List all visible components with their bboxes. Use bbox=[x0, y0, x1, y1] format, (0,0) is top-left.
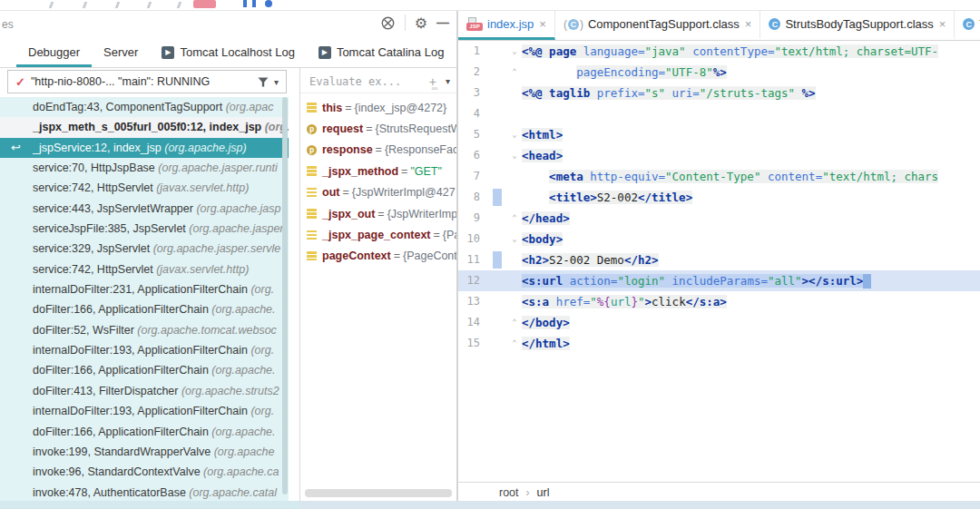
code-line-14[interactable]: 14⌃</body> bbox=[458, 312, 980, 333]
code-line-9[interactable]: 9⌃</head> bbox=[458, 208, 980, 229]
variable-row[interactable]: _jspx_page_context={Pag bbox=[300, 224, 456, 245]
close-tab-icon[interactable]: × bbox=[939, 17, 946, 31]
code-line-7[interactable]: 7 <meta http-equiv="Content-Type" conten… bbox=[458, 166, 980, 187]
variable-name: response bbox=[322, 143, 373, 156]
stack-frame-row[interactable]: internalDoFilter:193, ApplicationFilterC… bbox=[0, 340, 289, 360]
stack-frame-row[interactable]: service:742, HttpServlet (javax.servlet.… bbox=[0, 259, 289, 279]
vcs-change-marker bbox=[493, 251, 502, 269]
fold-marker-icon[interactable]: ⌃ bbox=[508, 62, 521, 83]
hide-panel-icon[interactable]: — bbox=[436, 15, 449, 31]
evaluate-expression-input[interactable]: Evaluate ex... bbox=[300, 75, 429, 88]
editor-tab-componenttagsupport-class[interactable]: (C)ComponentTagSupport.class× bbox=[555, 11, 761, 40]
variable-row[interactable]: prequest={StrutsRequestW bbox=[300, 118, 456, 139]
close-tab-icon[interactable]: × bbox=[745, 17, 752, 31]
stack-frame-row[interactable]: service:329, JspServlet (org.apache.jasp… bbox=[0, 239, 289, 259]
fold-marker-icon[interactable]: ⌄ bbox=[508, 41, 521, 62]
editor-tab-index-jsp[interactable]: JSPindex.jsp× bbox=[458, 11, 555, 40]
stack-frame-row[interactable]: doFilter:413, FilterDispatcher (org.apac… bbox=[0, 381, 289, 401]
variable-row[interactable]: this={index_jsp@4272} bbox=[300, 97, 456, 118]
stack-frame-row[interactable]: internalDoFilter:231, ApplicationFilterC… bbox=[0, 279, 289, 299]
token: <body> bbox=[522, 232, 563, 246]
thread-selector[interactable]: ✓ "http-nio-8080-... "main": RUNNING ▾ bbox=[7, 70, 287, 93]
variable-row[interactable]: out={JspWriterImpl@427 bbox=[300, 182, 456, 203]
gear-icon[interactable]: ⚙ bbox=[415, 15, 427, 31]
close-tab-icon[interactable]: × bbox=[539, 17, 546, 31]
stack-frame-row[interactable]: doFilter:166, ApplicationFilterChain (or… bbox=[0, 299, 289, 319]
code-line-15[interactable]: 15⌃</html> bbox=[458, 333, 980, 354]
fold-marker-icon[interactable]: ⌄ bbox=[508, 145, 521, 166]
debugger-tab-tomcat-localhost-log[interactable]: ▶Tomcat Localhost Log bbox=[150, 40, 306, 67]
filter-funnel-icon[interactable] bbox=[258, 77, 269, 87]
thread-dropdown-icon[interactable]: ▾ bbox=[274, 77, 279, 87]
editor-tab-ta[interactable]: CTa× bbox=[955, 11, 980, 40]
variable-name: request bbox=[322, 122, 363, 135]
code-line-13[interactable]: 13<s:a href="%{url}">click</s:a> bbox=[458, 291, 980, 312]
code-line-12[interactable]: 12<s:url action="login" includeParams="a… bbox=[458, 270, 980, 291]
code-text: </body> bbox=[522, 316, 570, 329]
stack-frame-row[interactable]: service:742, HttpServlet (javax.servlet.… bbox=[0, 178, 289, 198]
stack-frame-row[interactable]: service:70, HttpJspBase (org.apache.jasp… bbox=[0, 158, 289, 178]
breadcrumb-fragment bbox=[265, 0, 272, 7]
variable-value: {PageCont bbox=[403, 250, 456, 262]
stack-frame-row[interactable]: invoke:478, AuthenticatorBase (org.apach… bbox=[0, 483, 289, 502]
breadcrumb-root[interactable]: root bbox=[499, 486, 519, 499]
token: uri= bbox=[672, 86, 700, 100]
stack-frame-row[interactable]: ↩_jspService:12, index_jsp (org.apache.j… bbox=[0, 138, 289, 158]
code-line-8[interactable]: 8 <title>S2-002</title> bbox=[458, 187, 980, 208]
code-line-3[interactable]: 3<%@ taglib prefix="s" uri="/struts-tags… bbox=[458, 83, 980, 103]
fold-marker-icon[interactable]: ⌃ bbox=[508, 312, 521, 333]
code-text: <h2>S2-002 Demo</h2> bbox=[522, 253, 659, 267]
stack-frame-row[interactable]: _jspx_meth_s_005furl_005f0:12, index_jsp… bbox=[0, 117, 289, 137]
stack-frame-row[interactable]: invoke:96, StandardContextValve (org.apa… bbox=[0, 462, 289, 482]
stack-frame-row[interactable]: internalDoFilter:193, ApplicationFilterC… bbox=[0, 401, 289, 421]
frame-package: (org.apache.jasper.runti bbox=[158, 162, 278, 174]
fold-marker-icon[interactable]: ⌃ bbox=[508, 208, 521, 229]
stack-frame-row[interactable]: service:443, JspServletWrapper (org.apac… bbox=[0, 199, 289, 219]
stack-frame-row[interactable]: doFilter:52, WsFilter (org.apache.tomcat… bbox=[0, 320, 289, 340]
variable-name: _jspx_method bbox=[322, 165, 398, 178]
token: <title> bbox=[549, 191, 597, 204]
token: <html> bbox=[522, 128, 563, 142]
stack-frame-row[interactable]: serviceJspFile:385, JspServlet (org.apac… bbox=[0, 219, 289, 239]
breadcrumb-leaf[interactable]: url bbox=[537, 486, 550, 499]
code-line-6[interactable]: 6⌄<head> bbox=[458, 145, 980, 166]
token: </body> bbox=[522, 316, 570, 329]
breadcrumb-fragment bbox=[83, 2, 88, 8]
editor-tab-strutsbodytagsupport-class[interactable]: CStrutsBodyTagSupport.class× bbox=[760, 11, 955, 40]
variables-hscrollbar[interactable] bbox=[305, 489, 452, 497]
indent bbox=[522, 191, 549, 204]
add-watch-icon[interactable]: +oo bbox=[429, 74, 436, 89]
frame-location: internalDoFilter:193, ApplicationFilterC… bbox=[33, 405, 250, 417]
fold-marker-icon[interactable]: ⌄ bbox=[508, 124, 521, 145]
frames-scrollbar[interactable] bbox=[282, 97, 288, 494]
code-line-4[interactable]: 4 bbox=[458, 103, 980, 124]
debugger-tab-debugger[interactable]: Debugger bbox=[16, 40, 92, 67]
stack-frame-row[interactable]: invoke:199, StandardWrapperValve (org.ap… bbox=[0, 442, 289, 462]
fold-marker-icon[interactable]: ⌃ bbox=[508, 333, 521, 354]
debugger-tab-tomcat-catalina-log[interactable]: ▶Tomcat Catalina Log bbox=[307, 40, 456, 67]
fold-marker-icon[interactable]: ⌄ bbox=[508, 229, 521, 250]
code-line-1[interactable]: 1⌄<%@ page language="java" contentType="… bbox=[458, 41, 980, 62]
variable-row[interactable]: _jspx_method="GET" bbox=[300, 161, 456, 181]
variable-row[interactable]: presponse={ResponseFaca bbox=[300, 140, 456, 161]
code-editor[interactable]: 1⌄<%@ page language="java" contentType="… bbox=[458, 41, 980, 482]
variable-value: {JspWriterImpl@427 bbox=[352, 186, 456, 199]
evaluate-dropdown-icon[interactable]: ▾ bbox=[446, 76, 450, 86]
debugger-tab-server[interactable]: Server bbox=[92, 40, 150, 67]
variables-list: this={index_jsp@4272}prequest={StrutsReq… bbox=[300, 97, 456, 484]
frame-package: (org.apache.jsp) bbox=[164, 142, 246, 154]
code-line-2[interactable]: 2⌃ pageEncoding="UTF-8"%> bbox=[458, 62, 980, 83]
code-line-5[interactable]: 5⌄<html> bbox=[458, 124, 980, 145]
code-line-11[interactable]: 11<h2>S2-002 Demo</h2> bbox=[458, 250, 980, 270]
frame-package: (org.apache.jasper.servle bbox=[153, 242, 281, 255]
variable-row[interactable]: pageContext={PageCont bbox=[300, 246, 456, 267]
layout-settings-icon[interactable] bbox=[380, 15, 396, 31]
stack-frame-row[interactable]: doFilter:166, ApplicationFilterChain (or… bbox=[0, 360, 289, 380]
toolbar-separator bbox=[405, 15, 406, 31]
variable-row[interactable]: _jspx_out={JspWriterImp bbox=[300, 203, 456, 224]
stack-frame-row[interactable]: doFilter:166, ApplicationFilterChain (or… bbox=[0, 422, 289, 442]
code-line-10[interactable]: 10⌄<body> bbox=[458, 229, 980, 250]
stack-frame-row[interactable]: doEndTag:43, ComponentTagSupport (org.ap… bbox=[0, 97, 289, 117]
breadcrumb-fragment bbox=[115, 2, 121, 8]
token bbox=[665, 86, 672, 100]
